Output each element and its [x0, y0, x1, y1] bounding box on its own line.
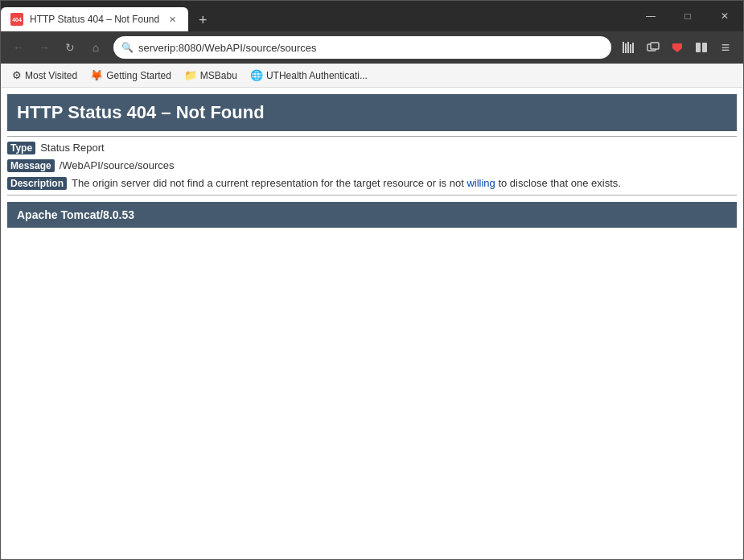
address-bar[interactable]: 🔍 serverip:8080/WebAPI/source/sources: [113, 36, 611, 59]
tab-bar: 404 HTTP Status 404 – Not Found ✕ +: [1, 1, 214, 31]
close-button[interactable]: ✕: [706, 1, 743, 31]
getting-started-icon: 🦊: [90, 69, 103, 81]
willing-link[interactable]: willing: [467, 177, 495, 189]
bookmark-getting-started[interactable]: 🦊 Getting Started: [85, 68, 176, 83]
type-label: Type: [7, 142, 35, 154]
bookmarks-bar: ⚙ Most Visited 🦊 Getting Started 📁 MSBab…: [1, 64, 743, 88]
minimize-button[interactable]: —: [632, 1, 669, 31]
description-value: The origin server did not find a current…: [72, 177, 621, 189]
tab-favicon: 404: [10, 13, 23, 26]
reload-button[interactable]: ↻: [59, 36, 81, 59]
error-footer: Apache Tomcat/8.0.53: [7, 202, 737, 228]
bookmark-most-visited[interactable]: ⚙ Most Visited: [7, 68, 82, 83]
toolbar-icons: ≡: [618, 36, 737, 59]
svg-rect-0: [623, 42, 624, 53]
pocket-icon[interactable]: [666, 36, 689, 59]
synced-tabs-icon[interactable]: [642, 36, 664, 59]
svg-rect-4: [632, 43, 634, 53]
svg-rect-3: [630, 44, 631, 53]
menu-icon[interactable]: ≡: [714, 36, 737, 59]
back-button[interactable]: ←: [7, 36, 30, 59]
active-tab[interactable]: 404 HTTP Status 404 – Not Found ✕: [1, 7, 188, 31]
message-row: Message /WebAPI/source/sources: [7, 159, 737, 172]
svg-rect-7: [696, 43, 701, 52]
restore-button[interactable]: □: [669, 1, 706, 31]
description-row: Description The origin server did not fi…: [7, 177, 737, 190]
address-text: serverip:8080/WebAPI/source/sources: [138, 42, 603, 54]
most-visited-label: Most Visited: [25, 70, 77, 81]
bookmark-msbabu[interactable]: 📁 MSBabu: [179, 68, 242, 83]
tab-close-button[interactable]: ✕: [166, 13, 179, 26]
library-icon[interactable]: [618, 36, 640, 59]
reader-icon[interactable]: [690, 36, 713, 59]
bookmark-uthealth[interactable]: 🌐 UTHealth Authenticati...: [245, 68, 372, 83]
msbabu-icon: 📁: [184, 69, 197, 81]
tab-title: HTTP Status 404 – Not Found: [30, 14, 159, 25]
uthealth-icon: 🌐: [250, 69, 263, 81]
msbabu-label: MSBabu: [200, 70, 237, 81]
message-value: /WebAPI/source/sources: [60, 159, 175, 171]
svg-rect-6: [651, 43, 659, 49]
description-text-1: The origin server did not find a current…: [72, 177, 467, 189]
most-visited-icon: ⚙: [12, 69, 22, 81]
divider-1: [7, 136, 737, 137]
type-row: Type Status Report: [7, 142, 737, 154]
title-bar: 404 HTTP Status 404 – Not Found ✕ + — □ …: [1, 1, 743, 31]
search-icon: 🔍: [121, 42, 134, 53]
uthealth-label: UTHealth Authenticati...: [266, 70, 368, 81]
type-value: Status Report: [40, 142, 105, 154]
page-content: HTTP Status 404 – Not Found Type Status …: [1, 88, 743, 559]
svg-rect-2: [627, 42, 629, 53]
error-title: HTTP Status 404 – Not Found: [7, 94, 737, 131]
divider-2: [7, 195, 737, 196]
browser-window: 404 HTTP Status 404 – Not Found ✕ + — □ …: [0, 0, 744, 560]
new-tab-button[interactable]: +: [191, 9, 214, 31]
message-label: Message: [7, 159, 55, 172]
nav-bar: ← → ↻ ⌂ 🔍 serverip:8080/WebAPI/source/so…: [1, 31, 743, 64]
description-label: Description: [7, 177, 67, 190]
home-button[interactable]: ⌂: [84, 36, 107, 59]
svg-rect-1: [625, 43, 627, 53]
svg-rect-8: [702, 43, 707, 52]
forward-button[interactable]: →: [33, 36, 55, 59]
getting-started-label: Getting Started: [106, 70, 171, 81]
description-text-3: to disclose that one exists.: [495, 177, 621, 189]
window-controls: — □ ✕: [632, 1, 743, 31]
